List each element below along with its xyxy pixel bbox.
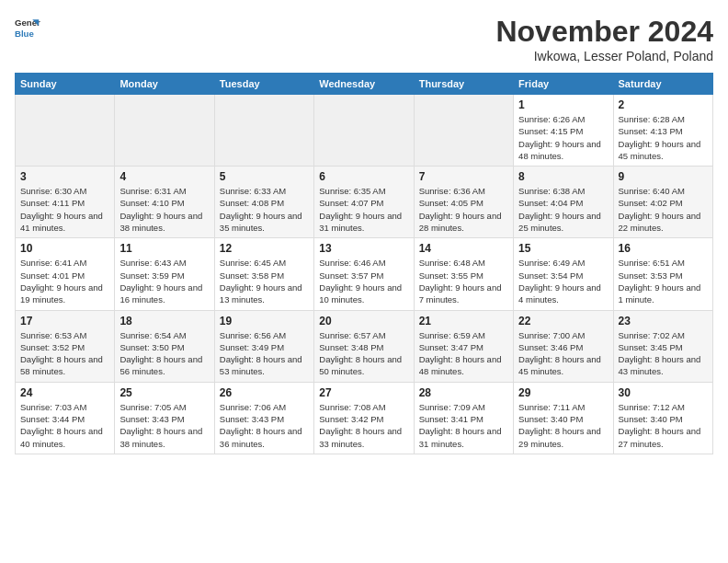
calendar-week-3: 10Sunrise: 6:41 AMSunset: 4:01 PMDayligh…: [16, 238, 713, 310]
day-number: 10: [20, 242, 109, 255]
calendar-cell: 27Sunrise: 7:08 AMSunset: 3:42 PMDayligh…: [314, 382, 414, 454]
day-info: Sunrise: 6:54 AMSunset: 3:50 PMDaylight:…: [119, 329, 209, 378]
calendar-cell: 1Sunrise: 6:26 AMSunset: 4:15 PMDaylight…: [514, 95, 613, 167]
calendar-cell: 25Sunrise: 7:05 AMSunset: 3:43 PMDayligh…: [115, 382, 214, 454]
calendar-cell: 8Sunrise: 6:38 AMSunset: 4:04 PMDaylight…: [514, 167, 613, 238]
day-info: Sunrise: 6:40 AMSunset: 4:02 PMDaylight:…: [619, 185, 708, 234]
day-info: Sunrise: 6:59 AMSunset: 3:47 PMDaylight:…: [419, 329, 508, 378]
calendar-cell: 22Sunrise: 7:00 AMSunset: 3:46 PMDayligh…: [514, 310, 613, 382]
calendar-cell: 18Sunrise: 6:54 AMSunset: 3:50 PMDayligh…: [115, 310, 214, 382]
calendar-cell: 2Sunrise: 6:28 AMSunset: 4:13 PMDaylight…: [613, 95, 712, 167]
day-number: 13: [319, 242, 408, 255]
day-info: Sunrise: 6:36 AMSunset: 4:05 PMDaylight:…: [419, 185, 508, 234]
calendar-cell: 26Sunrise: 7:06 AMSunset: 3:43 PMDayligh…: [214, 382, 313, 454]
calendar-cell: 9Sunrise: 6:40 AMSunset: 4:02 PMDaylight…: [613, 167, 712, 238]
day-number: 25: [119, 386, 209, 399]
calendar-cell: [115, 95, 214, 167]
calendar-cell: 13Sunrise: 6:46 AMSunset: 3:57 PMDayligh…: [314, 238, 414, 310]
calendar-cell: [214, 95, 313, 167]
calendar-cell: 12Sunrise: 6:45 AMSunset: 3:58 PMDayligh…: [214, 238, 313, 310]
day-info: Sunrise: 6:38 AMSunset: 4:04 PMDaylight:…: [518, 185, 608, 234]
day-number: 1: [518, 98, 608, 111]
day-info: Sunrise: 6:56 AMSunset: 3:49 PMDaylight:…: [220, 329, 309, 378]
day-number: 3: [20, 170, 109, 183]
calendar-cell: 10Sunrise: 6:41 AMSunset: 4:01 PMDayligh…: [16, 238, 115, 310]
day-number: 2: [619, 98, 708, 111]
header-sunday: Sunday: [16, 74, 115, 95]
day-number: 18: [119, 315, 209, 327]
day-info: Sunrise: 6:28 AMSunset: 4:13 PMDaylight:…: [619, 113, 708, 162]
calendar-cell: 20Sunrise: 6:57 AMSunset: 3:48 PMDayligh…: [314, 310, 414, 382]
calendar-week-1: 1Sunrise: 6:26 AMSunset: 4:15 PMDaylight…: [16, 95, 713, 167]
day-number: 24: [20, 386, 109, 399]
calendar-cell: 4Sunrise: 6:31 AMSunset: 4:10 PMDaylight…: [115, 167, 214, 238]
svg-text:Blue: Blue: [15, 29, 34, 39]
day-number: 21: [419, 315, 508, 327]
calendar-cell: 15Sunrise: 6:49 AMSunset: 3:54 PMDayligh…: [514, 238, 613, 310]
logo: General Blue: [15, 15, 44, 40]
location-title: Iwkowa, Lesser Poland, Poland: [495, 49, 713, 63]
month-title: November 2024: [495, 15, 713, 49]
day-number: 28: [419, 386, 508, 399]
day-number: 29: [518, 386, 608, 399]
calendar-cell: 19Sunrise: 6:56 AMSunset: 3:49 PMDayligh…: [214, 310, 313, 382]
calendar-cell: 23Sunrise: 7:02 AMSunset: 3:45 PMDayligh…: [613, 310, 712, 382]
calendar-cell: 7Sunrise: 6:36 AMSunset: 4:05 PMDaylight…: [414, 167, 513, 238]
calendar-cell: 14Sunrise: 6:48 AMSunset: 3:55 PMDayligh…: [414, 238, 513, 310]
calendar-week-2: 3Sunrise: 6:30 AMSunset: 4:11 PMDaylight…: [16, 167, 713, 238]
day-number: 7: [419, 170, 508, 183]
day-number: 17: [20, 315, 109, 327]
calendar-cell: 6Sunrise: 6:35 AMSunset: 4:07 PMDaylight…: [314, 167, 414, 238]
day-info: Sunrise: 6:26 AMSunset: 4:15 PMDaylight:…: [518, 113, 608, 162]
header-wednesday: Wednesday: [314, 74, 414, 95]
calendar-cell: 3Sunrise: 6:30 AMSunset: 4:11 PMDaylight…: [16, 167, 115, 238]
day-info: Sunrise: 7:06 AMSunset: 3:43 PMDaylight:…: [220, 401, 309, 450]
header-row: Sunday Monday Tuesday Wednesday Thursday…: [16, 74, 713, 95]
calendar-cell: 17Sunrise: 6:53 AMSunset: 3:52 PMDayligh…: [16, 310, 115, 382]
calendar-week-4: 17Sunrise: 6:53 AMSunset: 3:52 PMDayligh…: [16, 310, 713, 382]
day-number: 16: [619, 242, 708, 255]
calendar-cell: 28Sunrise: 7:09 AMSunset: 3:41 PMDayligh…: [414, 382, 513, 454]
day-info: Sunrise: 7:08 AMSunset: 3:42 PMDaylight:…: [319, 401, 408, 450]
header-monday: Monday: [115, 74, 214, 95]
calendar-cell: 24Sunrise: 7:03 AMSunset: 3:44 PMDayligh…: [16, 382, 115, 454]
day-info: Sunrise: 6:51 AMSunset: 3:53 PMDaylight:…: [619, 257, 708, 305]
day-number: 11: [119, 242, 209, 255]
calendar-cell: [414, 95, 513, 167]
day-info: Sunrise: 6:35 AMSunset: 4:07 PMDaylight:…: [319, 185, 408, 234]
day-info: Sunrise: 6:46 AMSunset: 3:57 PMDaylight:…: [319, 257, 408, 305]
day-number: 9: [619, 170, 708, 183]
day-info: Sunrise: 7:03 AMSunset: 3:44 PMDaylight:…: [20, 401, 109, 450]
day-info: Sunrise: 6:53 AMSunset: 3:52 PMDaylight:…: [20, 329, 109, 378]
calendar-cell: 11Sunrise: 6:43 AMSunset: 3:59 PMDayligh…: [115, 238, 214, 310]
title-section: November 2024 Iwkowa, Lesser Poland, Pol…: [495, 15, 713, 63]
calendar-cell: 29Sunrise: 7:11 AMSunset: 3:40 PMDayligh…: [514, 382, 613, 454]
day-info: Sunrise: 6:43 AMSunset: 3:59 PMDaylight:…: [119, 257, 209, 305]
day-number: 19: [220, 315, 309, 327]
day-info: Sunrise: 6:57 AMSunset: 3:48 PMDaylight:…: [319, 329, 408, 378]
day-number: 15: [518, 242, 608, 255]
day-number: 23: [619, 315, 708, 327]
calendar-cell: 5Sunrise: 6:33 AMSunset: 4:08 PMDaylight…: [214, 167, 313, 238]
day-number: 26: [220, 386, 309, 399]
calendar-cell: [314, 95, 414, 167]
day-info: Sunrise: 6:41 AMSunset: 4:01 PMDaylight:…: [20, 257, 109, 305]
day-number: 20: [319, 315, 408, 327]
day-number: 22: [518, 315, 608, 327]
calendar-cell: 16Sunrise: 6:51 AMSunset: 3:53 PMDayligh…: [613, 238, 712, 310]
day-info: Sunrise: 7:00 AMSunset: 3:46 PMDaylight:…: [518, 329, 608, 378]
day-info: Sunrise: 7:12 AMSunset: 3:40 PMDaylight:…: [619, 401, 708, 450]
header-friday: Friday: [514, 74, 613, 95]
day-number: 27: [319, 386, 408, 399]
day-number: 14: [419, 242, 508, 255]
header-saturday: Saturday: [613, 74, 712, 95]
logo-icon: General Blue: [15, 15, 40, 40]
day-info: Sunrise: 6:48 AMSunset: 3:55 PMDaylight:…: [419, 257, 508, 305]
calendar-table: Sunday Monday Tuesday Wednesday Thursday…: [15, 73, 713, 454]
header-tuesday: Tuesday: [214, 74, 313, 95]
calendar-body: 1Sunrise: 6:26 AMSunset: 4:15 PMDaylight…: [16, 95, 713, 454]
calendar-header: Sunday Monday Tuesday Wednesday Thursday…: [16, 74, 713, 95]
day-info: Sunrise: 7:09 AMSunset: 3:41 PMDaylight:…: [419, 401, 508, 450]
calendar-cell: 21Sunrise: 6:59 AMSunset: 3:47 PMDayligh…: [414, 310, 513, 382]
day-number: 8: [518, 170, 608, 183]
